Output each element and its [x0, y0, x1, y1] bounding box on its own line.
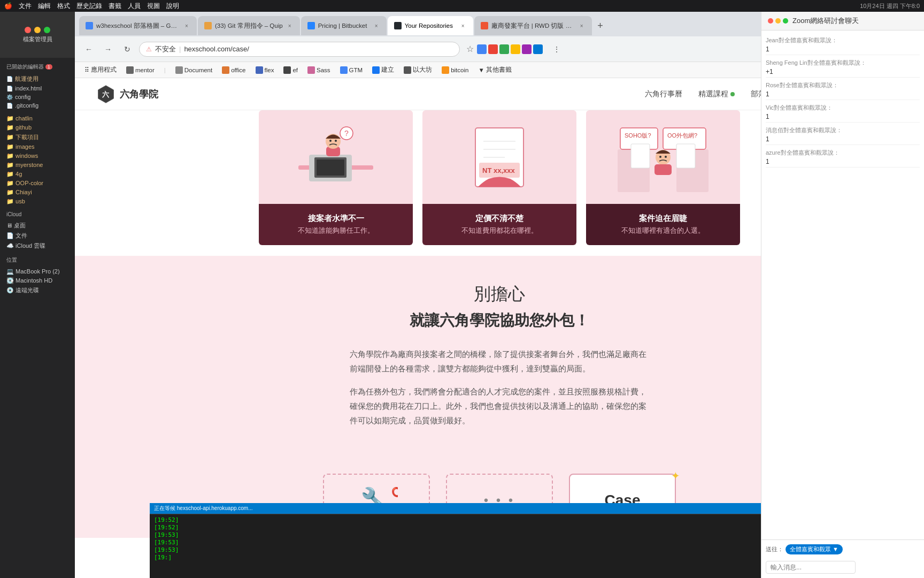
forward-button[interactable]: →	[101, 42, 116, 57]
bookmark-icon[interactable]: ☆	[466, 44, 474, 54]
icloud-docs[interactable]: 📄 文件	[4, 231, 71, 241]
apple-menu[interactable]: 🍎	[4, 2, 12, 10]
vscode-sidebar: 檔案管理員 已開啟的編輯器 1 📄 航運使用 📄 index.html ⚙️ c…	[0, 12, 75, 578]
ext-icon-3[interactable]	[499, 44, 509, 54]
folder-oop-color[interactable]: 📁 OOP-color	[4, 179, 71, 188]
menu-format[interactable]: 格式	[57, 2, 70, 11]
folder-chiayi[interactable]: 📁 Chiayi	[4, 188, 71, 197]
bookmark-favicon	[372, 66, 380, 74]
tab-close-button[interactable]: ×	[459, 22, 467, 29]
tab-close-button[interactable]: ×	[373, 22, 380, 29]
editor-gitconfig[interactable]: 📄 .gitconfig	[4, 101, 71, 110]
address-input[interactable]: ⚠ 不安全 | hexschool.com/case/	[139, 42, 460, 57]
security-label: 不安全	[155, 44, 176, 54]
bookmark-mentor[interactable]: mentor	[123, 65, 158, 75]
svg-text:SOHO版?: SOHO版?	[625, 132, 651, 139]
editor-config[interactable]: ⚙️ config	[4, 93, 71, 101]
folder-windows[interactable]: 📁 windows	[4, 151, 71, 161]
icloud-drive[interactable]: ☁️ iCloud 雲碟	[4, 241, 71, 251]
ext-icon-2[interactable]	[488, 44, 498, 54]
audience-selector[interactable]: 全體嘉賓和觀眾 ▼	[786, 544, 843, 554]
open-editors-section: 已開啟的編輯器 1 📄 航運使用 📄 index.html ⚙️ config …	[4, 62, 71, 110]
tab-github[interactable]: Your Repositories ×	[388, 16, 473, 35]
folder-usb[interactable]: 📁 usb	[4, 197, 71, 206]
new-tab-button[interactable]: +	[593, 18, 608, 33]
nav-label: 六角行事曆	[645, 89, 682, 99]
ext-icon-1[interactable]	[477, 44, 487, 54]
folder-4g[interactable]: 📁 4g	[4, 170, 71, 179]
card-illustration-3: OO外包網? SOHO版?	[586, 110, 740, 204]
svg-text:NT xx,xxx: NT xx,xxx	[482, 166, 515, 174]
zoom-input-wrapper	[761, 561, 924, 578]
nav-courses[interactable]: 精選課程	[698, 89, 735, 99]
problem-card-1: ? 接案者水準不一 不知道誰能夠勝任工作。	[259, 110, 413, 245]
folder-downloads[interactable]: 📁 下載項目	[4, 132, 71, 142]
icloud-desktop[interactable]: 🖥 桌面	[4, 220, 71, 231]
folder-github[interactable]: 📁 github	[4, 123, 71, 132]
ext-icon-6[interactable]	[533, 44, 543, 54]
folder-myerstone[interactable]: 📁 myerstone	[4, 161, 71, 170]
menu-history[interactable]: 歷史記錄	[76, 2, 102, 11]
zoom-maximize-button[interactable]	[783, 18, 788, 24]
bookmark-ef[interactable]: ef	[280, 65, 301, 75]
ext-icon-4[interactable]	[511, 44, 520, 54]
money-document-illustration: NT xx,xxx	[446, 117, 553, 197]
menu-people[interactable]: 人員	[128, 2, 141, 11]
svg-point-9	[335, 140, 337, 142]
bookmark-office[interactable]: office	[219, 65, 249, 75]
menu-edit[interactable]: 編輯	[38, 2, 51, 11]
menu-help[interactable]: 說明	[166, 2, 179, 11]
file-icon: ⚙️	[6, 94, 13, 100]
tab-hexschool[interactable]: 廠商發案平台 | RWD 切版 – AP... ×	[474, 16, 592, 35]
location-macbook[interactable]: 💻 MacBook Pro (2)	[4, 267, 71, 276]
menu-button[interactable]: ⋮	[549, 42, 564, 57]
os-menubar: 🍎 文件 編輯 格式 歷史記錄 書籤 人員 視圖 說明 10月24日 週四 下午…	[0, 0, 924, 12]
bookmark-sass[interactable]: Sass	[304, 65, 334, 75]
bookmark-bitcoin[interactable]: bitcoin	[438, 65, 472, 75]
tab-close-button[interactable]: ×	[286, 22, 294, 29]
back-button[interactable]: ←	[81, 42, 96, 57]
chevron-down-icon: ▼	[478, 67, 484, 73]
zoom-minimize-button[interactable]	[775, 18, 781, 24]
chat-user-1: Jean對全體嘉賓和觀眾說：	[766, 36, 920, 44]
tab-close-button[interactable]: ×	[183, 22, 190, 29]
maximize-button[interactable]	[44, 27, 50, 33]
folder-chatlin[interactable]: 📁 chatlin	[4, 114, 71, 123]
folder-images[interactable]: 📁 images	[4, 142, 71, 151]
vscode-title: 檔案管理員	[23, 35, 52, 43]
bookmark-jianshe[interactable]: 建立	[369, 65, 397, 75]
chat-message-2: Sheng Feng Lin對全體嘉賓和觀眾說： +1	[766, 57, 920, 78]
bookmark-flex[interactable]: flex	[252, 65, 278, 75]
bookmark-yidafang[interactable]: 以大坊	[401, 65, 435, 75]
menu-view[interactable]: 視圖	[147, 2, 160, 11]
bookmark-gtm[interactable]: GTM	[337, 65, 366, 75]
terminal-line-4: [19:53]	[154, 539, 757, 546]
terminal-panel: [19:52] [19:52] [19:53] [19:53] [19:53] …	[150, 514, 761, 578]
zoom-message-input[interactable]	[766, 561, 856, 574]
bookmark-document[interactable]: Document	[172, 65, 215, 75]
tab-bitbucket[interactable]: Pricing | Bitbucket ×	[301, 16, 387, 35]
bookmark-favicon	[256, 66, 263, 74]
ext-icon-5[interactable]	[522, 44, 532, 54]
tab-close-button[interactable]: ×	[578, 22, 586, 29]
bookmark-apps[interactable]: ⠿ 應用程式	[81, 65, 120, 75]
editor-航運使用[interactable]: 📄 航運使用	[4, 74, 71, 84]
zoom-input-area: 送往： 全體嘉賓和觀眾 ▼	[761, 539, 924, 561]
tab-w3hexschool[interactable]: w3hexschool 部落格圖 – Goog... ×	[79, 16, 197, 35]
menu-file[interactable]: 文件	[19, 2, 32, 11]
close-button[interactable]	[25, 27, 31, 33]
nav-calendar[interactable]: 六角行事曆	[645, 89, 682, 99]
location-remote[interactable]: 💿 遠端光碟	[4, 285, 71, 295]
reload-button[interactable]: ↻	[120, 42, 135, 57]
card-subtitle-2: 不知道費用都花在哪裡。	[431, 226, 568, 235]
zoom-close-button[interactable]	[768, 18, 773, 24]
location-mac-hd[interactable]: 💽 Macintosh HD	[4, 276, 71, 285]
site-logo[interactable]: 六 六角學院	[96, 85, 158, 104]
editor-index-html[interactable]: 📄 index.html	[4, 84, 71, 93]
svg-rect-30	[676, 144, 695, 168]
tab-quip[interactable]: (33) Git 常用指令 – Quip ×	[198, 16, 300, 35]
bookmark-more[interactable]: ▼ 其他書籤	[475, 65, 514, 75]
terminal-line-1: [19:52]	[154, 516, 757, 523]
minimize-button[interactable]	[34, 27, 41, 33]
menu-bookmark[interactable]: 書籤	[109, 2, 121, 11]
